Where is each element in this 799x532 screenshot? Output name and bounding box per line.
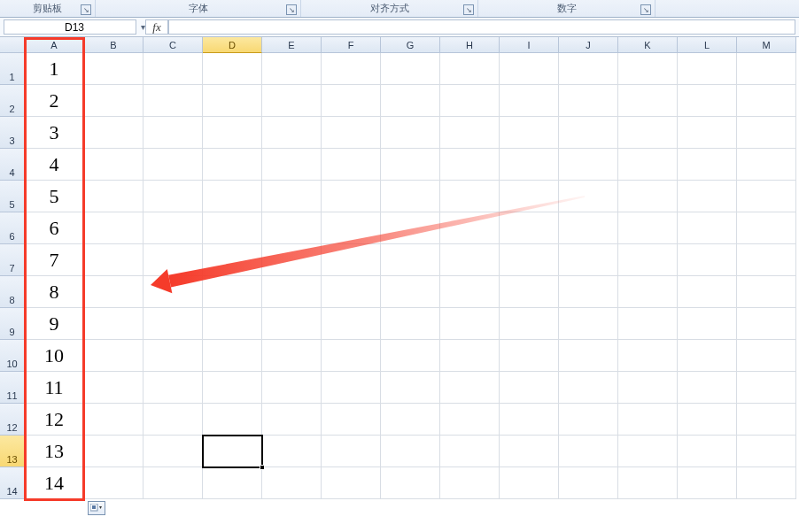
cell[interactable] <box>203 372 262 404</box>
cell[interactable] <box>500 372 559 404</box>
cell[interactable] <box>203 212 262 244</box>
cell[interactable] <box>618 212 678 244</box>
cell[interactable] <box>144 276 203 308</box>
cell[interactable] <box>203 308 262 340</box>
cell[interactable] <box>144 244 203 276</box>
cell[interactable] <box>618 372 678 404</box>
cell[interactable] <box>84 117 144 149</box>
cell[interactable] <box>737 308 796 340</box>
row-header[interactable]: 12 <box>0 404 25 436</box>
column-header[interactable]: A <box>25 37 84 53</box>
cell[interactable]: 7 <box>25 244 84 276</box>
cell[interactable] <box>262 117 322 149</box>
cell[interactable]: 8 <box>25 276 84 308</box>
row-header[interactable]: 8 <box>0 276 25 308</box>
cell[interactable] <box>381 372 440 404</box>
cell[interactable] <box>500 149 559 181</box>
cell[interactable] <box>84 212 144 244</box>
cell[interactable] <box>262 212 322 244</box>
cell[interactable] <box>84 244 144 276</box>
cell[interactable] <box>381 308 440 340</box>
cell[interactable] <box>618 467 678 499</box>
cell[interactable] <box>144 53 203 85</box>
cell[interactable] <box>144 340 203 372</box>
column-header[interactable]: L <box>678 37 737 53</box>
row-header[interactable]: 11 <box>0 372 25 404</box>
cell[interactable] <box>381 244 440 276</box>
cell[interactable] <box>84 85 144 117</box>
cell[interactable] <box>618 53 678 85</box>
cell[interactable]: 12 <box>25 404 84 436</box>
cell[interactable] <box>144 308 203 340</box>
cell[interactable] <box>144 212 203 244</box>
row-header[interactable]: 9 <box>0 308 25 340</box>
cell[interactable] <box>559 149 618 181</box>
cell[interactable] <box>440 276 500 308</box>
cell[interactable] <box>618 276 678 308</box>
cell[interactable] <box>559 53 618 85</box>
cell[interactable] <box>84 53 144 85</box>
cell[interactable] <box>144 372 203 404</box>
cell[interactable] <box>440 212 500 244</box>
cell[interactable] <box>203 467 262 499</box>
cell[interactable] <box>618 340 678 372</box>
dialog-launcher-icon[interactable]: ↘ <box>640 4 651 15</box>
cell[interactable] <box>144 149 203 181</box>
cell[interactable] <box>678 340 737 372</box>
select-all-corner[interactable] <box>0 37 25 53</box>
cell[interactable] <box>500 340 559 372</box>
cell[interactable] <box>381 85 440 117</box>
cell[interactable] <box>440 85 500 117</box>
cell[interactable] <box>262 244 322 276</box>
cell[interactable] <box>381 340 440 372</box>
cell[interactable] <box>559 308 618 340</box>
cell[interactable]: 11 <box>25 372 84 404</box>
cell[interactable] <box>322 372 381 404</box>
cell[interactable] <box>678 212 737 244</box>
cell[interactable] <box>678 467 737 499</box>
cell[interactable] <box>678 436 737 467</box>
cell[interactable] <box>440 467 500 499</box>
cell[interactable] <box>84 372 144 404</box>
dialog-launcher-icon[interactable]: ↘ <box>286 4 297 15</box>
cell[interactable] <box>559 372 618 404</box>
cell[interactable] <box>322 276 381 308</box>
cell[interactable] <box>381 53 440 85</box>
cell[interactable] <box>262 404 322 436</box>
cell[interactable]: 5 <box>25 181 84 212</box>
cell[interactable] <box>84 308 144 340</box>
cell[interactable] <box>203 404 262 436</box>
cell[interactable] <box>381 212 440 244</box>
cell[interactable] <box>500 244 559 276</box>
name-box-input[interactable] <box>8 21 141 34</box>
cell[interactable] <box>440 181 500 212</box>
cell[interactable] <box>559 85 618 117</box>
cell[interactable]: 9 <box>25 308 84 340</box>
column-header[interactable]: E <box>262 37 322 53</box>
cell[interactable] <box>262 340 322 372</box>
cell[interactable] <box>678 85 737 117</box>
cell[interactable] <box>500 276 559 308</box>
cell[interactable] <box>144 85 203 117</box>
cell[interactable] <box>737 212 796 244</box>
dialog-launcher-icon[interactable]: ↘ <box>463 4 474 15</box>
cell[interactable] <box>618 308 678 340</box>
cell[interactable] <box>322 308 381 340</box>
cell[interactable] <box>381 467 440 499</box>
cell[interactable] <box>262 149 322 181</box>
cell[interactable] <box>500 181 559 212</box>
cell[interactable] <box>618 404 678 436</box>
cell[interactable] <box>322 436 381 467</box>
cell[interactable] <box>144 181 203 212</box>
cell[interactable] <box>559 117 618 149</box>
cell[interactable]: 4 <box>25 149 84 181</box>
cell[interactable] <box>737 85 796 117</box>
cell[interactable] <box>203 85 262 117</box>
cell[interactable] <box>618 117 678 149</box>
cell[interactable] <box>440 404 500 436</box>
cell[interactable] <box>262 85 322 117</box>
cell[interactable] <box>737 340 796 372</box>
cell[interactable] <box>737 181 796 212</box>
row-header[interactable]: 2 <box>0 85 25 117</box>
cell[interactable] <box>618 85 678 117</box>
